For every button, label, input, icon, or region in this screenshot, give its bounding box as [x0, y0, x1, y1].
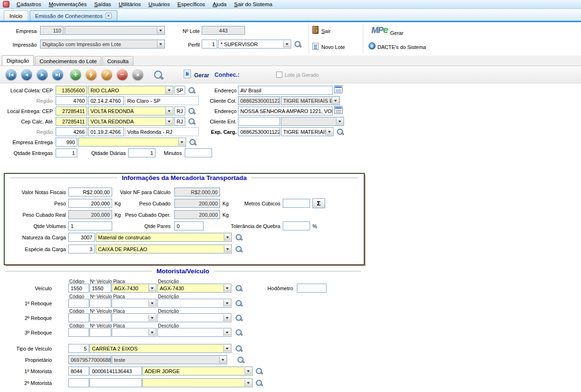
reboque2-search-icon[interactable]: [235, 314, 243, 322]
especie-carga-search-icon[interactable]: [235, 245, 243, 253]
perfil-select[interactable]: * SUPERVISOR: [218, 40, 291, 49]
perfil-search-icon[interactable]: [294, 41, 302, 48]
motorista1-select[interactable]: ADEIR JORGE: [142, 367, 253, 376]
empresa-field[interactable]: 110: [40, 26, 64, 35]
proprietario-select[interactable]: teste: [112, 355, 227, 364]
novo-lote-button[interactable]: Novo Lote: [321, 42, 354, 51]
motorista1-codigo-field[interactable]: 8044: [68, 367, 89, 376]
reboque1-descricao-select[interactable]: [157, 299, 231, 308]
metros-cubicos-field[interactable]: [283, 199, 310, 208]
reboque2-numero-field[interactable]: [90, 313, 111, 322]
menu-item-cadastros[interactable]: Cadastros: [13, 0, 45, 9]
peso-cubado-real-field[interactable]: 200,000: [68, 210, 112, 219]
next-record-button[interactable]: ▶: [37, 69, 48, 80]
impressao-select[interactable]: Digitação com Impressão em Lote: [40, 40, 165, 49]
subtab-digitacao[interactable]: Digitação: [2, 55, 34, 65]
veiculo-codigo-field[interactable]: 1550: [68, 284, 89, 293]
cep-calc-cidade-select[interactable]: VOLTA REDONDA: [88, 117, 173, 126]
menu-item-utilitarios[interactable]: Utilitários: [115, 0, 145, 9]
motorista1-documento-field[interactable]: 00006141136443: [90, 367, 142, 376]
menu-item-especificos[interactable]: Específicos: [173, 0, 209, 9]
proprietario-documento-field[interactable]: 06979577000688: [68, 355, 111, 364]
qtde-pares-field[interactable]: 0: [174, 221, 204, 230]
qtdade-diarias-field[interactable]: 1: [128, 148, 155, 157]
motorista2-documento-field[interactable]: [90, 378, 142, 387]
sum-button[interactable]: Σ: [312, 198, 325, 208]
cep-calc-uf-field[interactable]: RJ: [174, 117, 185, 126]
cancel-button[interactable]: ×: [132, 69, 143, 80]
hodometro-field[interactable]: [297, 284, 327, 293]
reboque1-numero-field[interactable]: [90, 299, 111, 308]
dacte-button[interactable]: DACTE's do Sistema: [377, 42, 429, 51]
reboque1-search-icon[interactable]: [235, 300, 243, 307]
last-record-button[interactable]: ▶: [52, 69, 63, 80]
cep-calc-search-icon[interactable]: [188, 118, 196, 125]
reboque2-placa-select[interactable]: [112, 313, 156, 322]
tipo-veiculo-select[interactable]: CARRETA 2 EIXOS: [90, 344, 231, 353]
regiao-entrega-numero-field[interactable]: 01.19.2.4266: [88, 127, 124, 136]
proprietario-search-icon[interactable]: [237, 356, 245, 364]
address-card-icon[interactable]: [334, 106, 343, 114]
reboque3-descricao-select[interactable]: [157, 328, 231, 337]
coleta-endereco-field[interactable]: AV Brasil: [238, 86, 333, 95]
reboque2-codigo-field[interactable]: [68, 313, 89, 322]
veiculo-descricao-select[interactable]: AGX-7430: [157, 284, 231, 293]
gerar-icon[interactable]: [184, 70, 191, 78]
previous-record-button[interactable]: ◀: [21, 69, 32, 80]
peso-cubado-field[interactable]: 200,000: [174, 199, 220, 208]
coleta-search-icon[interactable]: [188, 87, 196, 94]
coleta-uf-field[interactable]: SP: [174, 86, 185, 95]
perfil-number-field[interactable]: 1: [202, 40, 217, 49]
first-record-button[interactable]: ◀: [6, 69, 16, 80]
cliente-ent-field[interactable]: [238, 117, 280, 126]
cliente-col-select[interactable]: TIGRE MATERIAIS E SO: [281, 96, 340, 105]
delete-record-button[interactable]: −: [117, 69, 128, 80]
minutos-field[interactable]: [185, 148, 212, 157]
reboque3-placa-select[interactable]: [112, 328, 156, 337]
motorista2-search-icon[interactable]: [255, 379, 263, 387]
edit-record-button[interactable]: [101, 69, 112, 80]
cep-calc-field[interactable]: 27285411: [56, 117, 87, 126]
tipo-veiculo-search-icon[interactable]: [235, 345, 243, 352]
especie-carga-select[interactable]: CAIXA DE PAPELAO: [96, 245, 232, 253]
mpe-logo[interactable]: MPe: [371, 24, 388, 35]
quick-action-button[interactable]: [86, 69, 97, 80]
empresa-entrega-codigo-field[interactable]: 990: [56, 138, 77, 147]
valor-notas-fiscais-field[interactable]: R$2.000,00: [68, 188, 112, 196]
tab-emissao-de-conhecimentos[interactable]: Emissão de Conhecimentos ×: [30, 10, 117, 21]
veiculo-numero-field[interactable]: 1550: [90, 284, 111, 293]
menu-item-ajuda[interactable]: Ajuda: [209, 0, 230, 9]
subtab-conhecimentos-do-lote[interactable]: Conhecimentos do Lote: [35, 56, 101, 65]
menu-item-usuarios[interactable]: Usuários: [145, 0, 173, 9]
reboque1-placa-select[interactable]: [112, 299, 156, 308]
address-card-icon[interactable]: [334, 85, 343, 93]
entrega-search-icon[interactable]: [188, 107, 196, 115]
entrega-uf-field[interactable]: RJ: [174, 106, 185, 115]
add-record-button[interactable]: +: [70, 69, 81, 80]
menu-item-sair-do-sistema[interactable]: Sair do Sistema: [230, 0, 276, 9]
entrega-cidade-select[interactable]: VOLTA REDONDA: [88, 106, 173, 115]
regiao-coleta-numero-field[interactable]: 02.14.2.4760: [88, 96, 124, 105]
exit-door-icon[interactable]: [312, 26, 319, 34]
exp-carg-search-icon[interactable]: [336, 128, 344, 136]
search-icon[interactable]: [154, 70, 164, 80]
lote-field[interactable]: 443: [202, 26, 245, 35]
qtde-volumes-field[interactable]: 1: [68, 221, 112, 230]
coleta-cidade-select[interactable]: RIO CLARO: [88, 86, 173, 95]
gerar-button[interactable]: Gerar: [194, 72, 209, 79]
motorista1-search-icon[interactable]: [255, 368, 263, 375]
peso-cubado-oper-field[interactable]: 200,000: [174, 210, 220, 219]
menu-item-saidas[interactable]: Saídas: [90, 0, 115, 9]
entrega-cep-field[interactable]: 27285411: [56, 106, 87, 115]
regiao-entrega-codigo-field[interactable]: 4266: [56, 127, 87, 136]
tipo-veiculo-codigo-field[interactable]: 5: [68, 344, 89, 353]
tab-inicio[interactable]: Início: [4, 10, 28, 21]
new-lot-icon[interactable]: [312, 43, 319, 50]
cliente-col-cnpj-field[interactable]: 08862530001122: [238, 96, 280, 105]
empresa-entrega-search-icon[interactable]: [189, 139, 196, 146]
sair-button[interactable]: Sair: [321, 26, 340, 35]
reboque3-numero-field[interactable]: [90, 328, 111, 337]
empresa-select[interactable]: [65, 26, 165, 35]
tolerancia-quebra-field[interactable]: [283, 221, 310, 230]
menu-item-movimentacoes[interactable]: Movimentações: [45, 0, 90, 9]
